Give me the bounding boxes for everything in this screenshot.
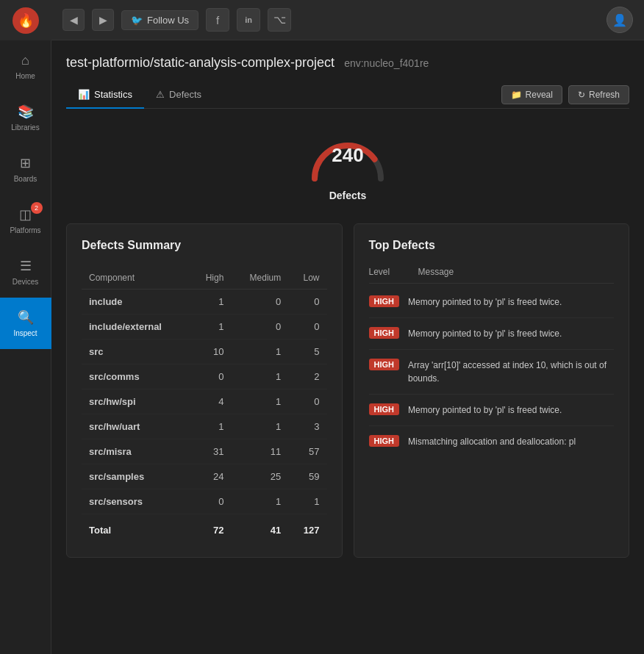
top-defects-title: Top Defects bbox=[369, 239, 615, 252]
follow-us-label: Follow Us bbox=[147, 15, 189, 26]
platforms-badge: 2 bbox=[31, 202, 43, 214]
reveal-button[interactable]: 📁 Reveal bbox=[501, 85, 562, 104]
defect-cols: HIGH Memory pointed to by 'pl' is freed … bbox=[369, 327, 615, 340]
defects-summary-table: Component High Medium Low include 1 0 0 … bbox=[82, 267, 327, 542]
table-row: src/sensors 0 1 1 bbox=[82, 489, 327, 514]
sidebar-item-devices[interactable]: ☰ Devices bbox=[0, 246, 51, 298]
cell-medium: 25 bbox=[231, 464, 288, 489]
defects-tab-label: Defects bbox=[169, 89, 201, 100]
cell-medium: 0 bbox=[231, 290, 288, 315]
cell-medium: 1 bbox=[231, 364, 288, 389]
facebook-button[interactable]: f bbox=[206, 8, 229, 32]
home-icon: ⌂ bbox=[21, 53, 29, 68]
defects-summary-title: Defects Summary bbox=[82, 239, 327, 252]
level-badge: HIGH bbox=[369, 359, 400, 370]
defect-level-col: HIGH bbox=[369, 327, 400, 338]
cell-low: 57 bbox=[288, 439, 326, 464]
user-avatar[interactable]: 👤 bbox=[607, 7, 633, 33]
defect-level-col: HIGH bbox=[369, 435, 400, 446]
cell-low: 0 bbox=[288, 290, 326, 315]
linkedin-icon: in bbox=[245, 15, 252, 24]
cell-low: 0 bbox=[288, 389, 326, 414]
refresh-label: Refresh bbox=[589, 90, 620, 100]
sidebar-label-inspect: Inspect bbox=[13, 329, 37, 337]
cell-component: src/misra bbox=[82, 439, 190, 464]
cell-high: 0 bbox=[190, 364, 232, 389]
top-defects-headers: Level Message bbox=[369, 267, 615, 284]
th-message: Message bbox=[418, 267, 615, 277]
table-row: src/hw/uart 1 1 3 bbox=[82, 414, 327, 439]
refresh-icon: ↻ bbox=[578, 90, 585, 100]
defect-level-col: HIGH bbox=[369, 359, 400, 370]
cell-total-label: Total bbox=[82, 514, 190, 543]
tab-defects[interactable]: ⚠ Defects bbox=[144, 82, 213, 109]
defect-message: Mismatching allocation and deallocation:… bbox=[408, 435, 614, 448]
defects-summary-card: Defects Summary Component High Medium Lo… bbox=[66, 223, 343, 558]
cell-high: 1 bbox=[190, 315, 232, 339]
cell-component: src/samples bbox=[82, 464, 190, 489]
cell-high: 4 bbox=[190, 389, 232, 414]
sidebar-item-inspect[interactable]: 🔍 Inspect bbox=[0, 298, 51, 349]
cell-component: src bbox=[82, 339, 190, 364]
cell-medium: 11 bbox=[231, 439, 288, 464]
cell-component: src/sensors bbox=[82, 489, 190, 514]
list-item: HIGH Array 'arr[10]' accessed at index 1… bbox=[369, 350, 615, 395]
table-row: include/external 1 0 0 bbox=[82, 315, 327, 339]
inspect-icon: 🔍 bbox=[18, 309, 34, 326]
cell-component: include/external bbox=[82, 315, 190, 339]
cell-low: 5 bbox=[288, 339, 326, 364]
cell-high: 31 bbox=[190, 439, 232, 464]
sidebar-label-platforms: Platforms bbox=[10, 226, 40, 234]
forward-button[interactable]: ▶ bbox=[92, 9, 114, 31]
github-button[interactable]: ⌥ bbox=[268, 8, 291, 32]
sidebar-label-home: Home bbox=[15, 72, 35, 80]
cell-component: include bbox=[82, 290, 190, 315]
github-icon: ⌥ bbox=[273, 13, 286, 26]
linkedin-button[interactable]: in bbox=[237, 8, 260, 32]
cell-medium: 1 bbox=[231, 389, 288, 414]
follow-us-button[interactable]: 🐦 Follow Us bbox=[121, 10, 198, 30]
cell-medium: 1 bbox=[231, 489, 288, 514]
gauge: 240 bbox=[304, 123, 392, 182]
cell-low: 0 bbox=[288, 315, 326, 339]
cell-medium: 1 bbox=[231, 414, 288, 439]
tabs-bar: 📊 Statistics ⚠ Defects 📁 Reveal ↻ Refres… bbox=[66, 82, 629, 109]
defect-level-col: HIGH bbox=[369, 403, 400, 414]
table-row: src/samples 24 25 59 bbox=[82, 464, 327, 489]
tab-actions: 📁 Reveal ↻ Refresh bbox=[501, 85, 629, 104]
top-defects-card: Top Defects Level Message HIGH Memory po… bbox=[354, 223, 630, 558]
gauge-label: Defects bbox=[329, 190, 367, 201]
sidebar-item-boards[interactable]: ⊞ Boards bbox=[0, 143, 51, 195]
cell-total-low: 127 bbox=[288, 514, 326, 543]
refresh-button[interactable]: ↻ Refresh bbox=[568, 85, 629, 104]
sidebar-item-home[interactable]: ⌂ Home bbox=[0, 40, 51, 92]
defect-message: Array 'arr[10]' accessed at index 10, wh… bbox=[408, 359, 614, 385]
col-medium: Medium bbox=[231, 267, 288, 290]
list-item: HIGH Memory pointed to by 'pl' is freed … bbox=[369, 318, 615, 350]
sidebar-label-devices: Devices bbox=[12, 278, 39, 286]
cell-high: 10 bbox=[190, 339, 232, 364]
defect-message: Memory pointed to by 'pl' is freed twice… bbox=[408, 327, 614, 340]
col-component: Component bbox=[82, 267, 190, 290]
project-name: test-platformio/static-analysis-complex-… bbox=[66, 55, 334, 70]
level-badge: HIGH bbox=[369, 435, 400, 447]
cell-low: 2 bbox=[288, 364, 326, 389]
cell-total-high: 72 bbox=[190, 514, 232, 543]
cell-high: 0 bbox=[190, 489, 232, 514]
facebook-icon: f bbox=[216, 14, 219, 26]
back-button[interactable]: ◀ bbox=[62, 9, 85, 31]
sidebar: 🔥 ⌂ Home 📚 Libraries ⊞ Boards 2 ◫ Platfo… bbox=[0, 0, 51, 654]
tab-statistics[interactable]: 📊 Statistics bbox=[66, 82, 144, 109]
content-area: test-platformio/static-analysis-complex-… bbox=[51, 40, 644, 654]
main-area: ◀ ▶ 🐦 Follow Us f in ⌥ 👤 bbox=[51, 0, 644, 654]
table-row: src/comms 0 1 2 bbox=[82, 364, 327, 389]
level-badge: HIGH bbox=[369, 295, 400, 307]
col-high: High bbox=[190, 267, 232, 290]
cell-high: 1 bbox=[190, 414, 232, 439]
list-item: HIGH Memory pointed to by 'pl' is freed … bbox=[369, 395, 615, 426]
sidebar-item-libraries[interactable]: 📚 Libraries bbox=[0, 92, 51, 143]
table-row: src/misra 31 11 57 bbox=[82, 439, 327, 464]
sidebar-item-platforms[interactable]: 2 ◫ Platforms bbox=[0, 195, 51, 246]
defects-tab-icon: ⚠ bbox=[156, 89, 165, 100]
table-row-total: Total 72 41 127 bbox=[82, 514, 327, 543]
